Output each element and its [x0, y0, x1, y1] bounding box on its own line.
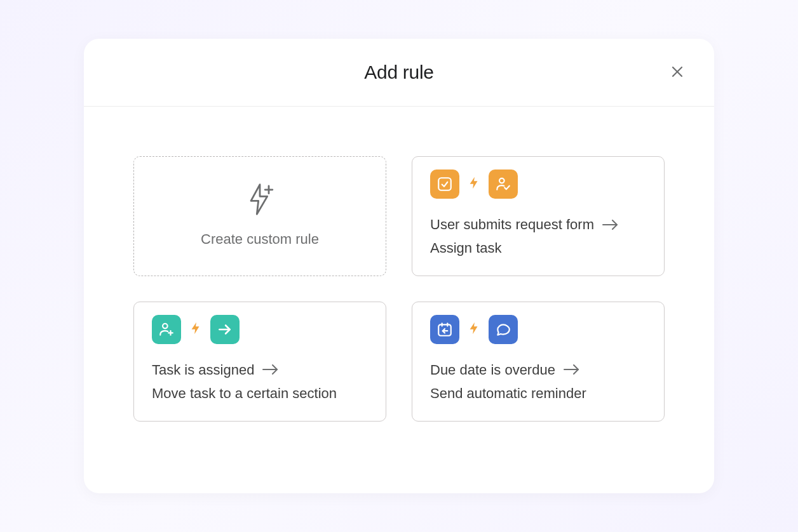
bolt-icon	[189, 321, 203, 338]
rule-action-line: Move task to a certain section	[152, 382, 368, 405]
rule-card-assign-task[interactable]: User submits request form Assign task	[412, 156, 665, 276]
checkbox-icon	[430, 170, 459, 199]
arrow-right-icon	[602, 218, 619, 231]
icon-row	[152, 315, 368, 344]
rule-action-text: Assign task	[430, 236, 502, 260]
rule-action-line: Send automatic reminder	[430, 382, 646, 405]
rule-trigger-text: Task is assigned	[152, 358, 254, 382]
arrow-right-icon	[262, 363, 280, 376]
icon-row	[430, 315, 646, 344]
rule-card-send-reminder[interactable]: Due date is overdue Send automatic remin…	[412, 302, 665, 422]
create-custom-rule-label: Create custom rule	[201, 231, 319, 248]
close-icon	[670, 64, 685, 81]
comment-icon	[489, 315, 518, 344]
lightning-plus-icon	[242, 182, 278, 220]
close-button[interactable]	[666, 61, 689, 84]
svg-point-7	[163, 324, 168, 329]
bolt-icon	[467, 176, 481, 192]
add-rule-modal: Add rule Create custom	[84, 39, 714, 493]
svg-rect-4	[438, 178, 451, 190]
rule-action-text: Send automatic reminder	[430, 382, 586, 405]
arrow-right-icon	[563, 363, 581, 376]
user-plus-icon	[152, 315, 181, 344]
rule-card-move-section[interactable]: Task is assigned Move task to a certain …	[133, 302, 386, 422]
calendar-back-icon	[430, 315, 459, 344]
bolt-icon	[467, 321, 481, 338]
rule-action-line: Assign task	[430, 236, 646, 260]
rule-grid: Create custom rule	[133, 156, 665, 422]
rule-trigger-line: User submits request form	[430, 213, 646, 236]
modal-title: Add rule	[364, 62, 433, 83]
rule-action-text: Move task to a certain section	[152, 382, 337, 405]
svg-rect-12	[438, 324, 451, 335]
user-check-icon	[489, 170, 518, 199]
create-custom-rule-card[interactable]: Create custom rule	[133, 156, 386, 276]
svg-point-5	[499, 178, 504, 183]
rule-trigger-text: Due date is overdue	[430, 358, 555, 382]
modal-body: Create custom rule	[84, 107, 714, 447]
rule-trigger-text: User submits request form	[430, 213, 594, 236]
icon-row	[430, 170, 646, 199]
rule-trigger-line: Task is assigned	[152, 358, 368, 382]
modal-header: Add rule	[84, 39, 714, 107]
arrow-right-tile-icon	[210, 315, 240, 344]
rule-trigger-line: Due date is overdue	[430, 358, 646, 382]
